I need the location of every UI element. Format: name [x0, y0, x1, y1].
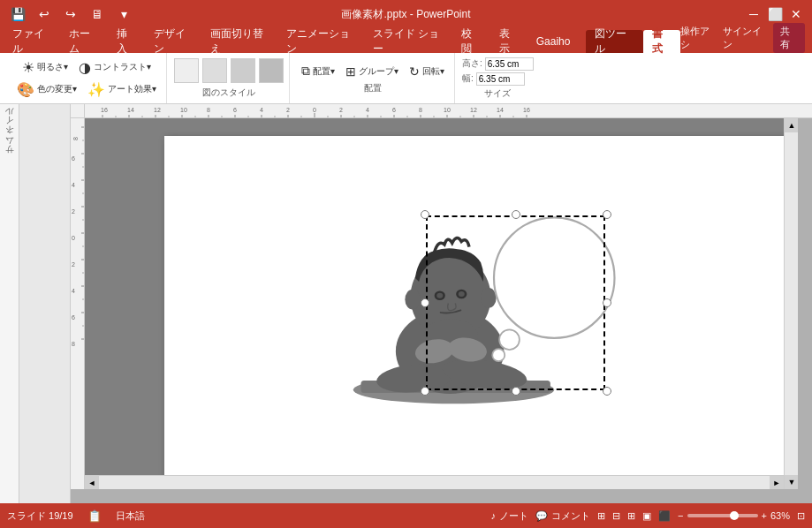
save-quick-btn[interactable]: 💾 [7, 4, 28, 25]
signin-btn[interactable]: サインイン [723, 25, 767, 51]
thumbnail-panel[interactable] [19, 104, 71, 503]
scrollbar-right[interactable]: ▲ ▼ [784, 118, 798, 489]
notes-btn[interactable]: ♪ノート [491, 509, 529, 523]
fit-slide-btn[interactable]: ⊡ [797, 510, 805, 522]
svg-text:0: 0 [313, 107, 316, 113]
tab-insert[interactable]: 挿入 [108, 30, 145, 53]
slide-notes-status[interactable]: 📋 [87, 509, 102, 523]
zoom-thumb[interactable] [730, 511, 739, 520]
ribbon-group-arrange: ⧉配置▾ ⊞グループ▾ ↻回転▾ 配置 [292, 53, 455, 103]
tab-review[interactable]: 校閲 [452, 30, 489, 53]
arrange-btn[interactable]: ⧉配置▾ [297, 62, 339, 80]
contrast-btn[interactable]: ◑コントラスト▾ [74, 57, 156, 78]
style-preset-3[interactable] [231, 58, 255, 83]
svg-text:4: 4 [72, 182, 75, 188]
brightness-btn[interactable]: ☀明るさ▾ [18, 57, 72, 78]
handle-bl[interactable] [421, 387, 429, 396]
svg-text:2: 2 [339, 107, 343, 113]
handle-tc[interactable] [512, 210, 520, 219]
tab-file[interactable]: ファイル [4, 30, 60, 53]
ribbon-group-size: 高さ: 幅: サイズ [457, 53, 539, 103]
redo-quick-btn[interactable]: ↪ [60, 4, 81, 25]
artistic-effect-btn[interactable]: ✨アート効果▾ [83, 79, 161, 100]
svg-text:12: 12 [470, 107, 477, 113]
handle-mr[interactable] [603, 298, 611, 307]
operation-assist-btn[interactable]: 操作アシ [680, 25, 716, 51]
slide-with-rulers: 16 14 12 10 8 6 4 2 0 2 4 [71, 104, 812, 503]
close-btn[interactable]: ✕ [787, 5, 805, 23]
svg-text:8: 8 [419, 107, 422, 113]
monitor-quick-btn[interactable]: 🖥 [87, 4, 108, 25]
thumbnail-label[interactable]: サムネイル [4, 108, 16, 163]
tab-format[interactable]: 書式 [643, 30, 680, 53]
normal-view-btn[interactable]: ⊞ [597, 510, 605, 522]
svg-text:6: 6 [392, 107, 396, 113]
customize-quick-btn[interactable]: ▾ [113, 4, 134, 25]
slide-number[interactable]: スライド 19/19 [7, 509, 73, 523]
handle-bc[interactable] [512, 387, 520, 396]
handle-ml[interactable] [421, 298, 429, 307]
reading-view-btn[interactable]: ▣ [642, 510, 651, 522]
undo-quick-btn[interactable]: ↩ [34, 4, 55, 25]
scroll-down-btn[interactable]: ▼ [785, 475, 798, 489]
zoom-slider[interactable] [687, 514, 758, 517]
handle-br[interactable] [603, 387, 611, 396]
presenter-view-btn[interactable]: ⬛ [658, 510, 671, 522]
tab-transitions[interactable]: 画面切り替え [201, 30, 277, 53]
style-preset-2[interactable] [202, 58, 227, 83]
tab-home[interactable]: ホーム [60, 30, 107, 53]
svg-point-89 [405, 290, 421, 310]
svg-text:8: 8 [72, 137, 79, 140]
tab-view[interactable]: 表示 [490, 30, 527, 53]
left-ruler-svg: 8 6 4 2 0 2 4 6 8 [71, 118, 85, 489]
style-preset-1[interactable] [174, 58, 199, 83]
sidebar: サムネイル [0, 104, 19, 503]
scroll-up-btn[interactable]: ▲ [785, 118, 798, 132]
minimize-btn[interactable]: ─ [745, 5, 763, 23]
tab-gaaiho[interactable]: Gaaiho [527, 30, 580, 53]
status-right: ♪ノート 💬コメント ⊞ ⊟ ⊞ ▣ ⬛ − + 63% ⊡ [491, 509, 805, 523]
tab-design[interactable]: デザイン [145, 30, 201, 53]
group-btn[interactable]: ⊞グループ▾ [341, 63, 403, 80]
statusbar: スライド 19/19 📋 日本語 ♪ノート 💬コメント ⊞ ⊟ ⊞ ▣ ⬛ − … [0, 503, 812, 528]
svg-rect-51 [71, 118, 85, 489]
size-group-label: サイズ [484, 87, 511, 100]
rotate-btn[interactable]: ↻回転▾ [405, 63, 449, 80]
svg-text:4: 4 [366, 107, 369, 113]
svg-point-90 [481, 288, 497, 308]
svg-point-87 [436, 293, 443, 298]
svg-text:4: 4 [260, 107, 263, 113]
style-presets [174, 58, 284, 83]
comment-btn[interactable]: 💬コメント [535, 509, 590, 523]
svg-text:6: 6 [233, 107, 237, 113]
outline-view-btn[interactable]: ⊟ [612, 510, 620, 522]
width-input[interactable] [476, 72, 525, 86]
tab-slideshow[interactable]: スライド ショー [364, 30, 453, 53]
share-btn[interactable]: 共有 [773, 23, 805, 53]
slide-canvas[interactable] [164, 136, 798, 489]
handle-tl[interactable] [421, 210, 429, 219]
svg-text:8: 8 [72, 341, 75, 347]
svg-text:2: 2 [72, 208, 75, 215]
left-ruler: 8 6 4 2 0 2 4 6 8 [71, 118, 85, 489]
restore-btn[interactable]: ⬜ [766, 5, 784, 23]
svg-text:6: 6 [72, 314, 75, 321]
sorter-view-btn[interactable]: ⊞ [627, 510, 635, 522]
zoom-area: − + 63% [678, 510, 790, 521]
svg-point-95 [499, 329, 520, 350]
zoom-out-btn[interactable]: − [678, 510, 683, 521]
scroll-left-btn[interactable]: ◄ [85, 476, 99, 489]
language-status[interactable]: 日本語 [116, 509, 145, 523]
recolor-btn[interactable]: 🎨色の変更▾ [12, 79, 81, 100]
scroll-right-btn[interactable]: ► [770, 476, 784, 489]
zoom-in-btn[interactable]: + [762, 510, 767, 521]
height-input[interactable] [485, 57, 534, 71]
scrollbar-bottom[interactable]: ◄ ► [85, 475, 784, 489]
style-preset-4[interactable] [259, 58, 284, 83]
svg-point-88 [459, 291, 465, 297]
handle-tr[interactable] [603, 210, 611, 219]
main-area: サムネイル 16 14 12 10 8 6 [0, 104, 812, 503]
ribbon-content: ☀明るさ▾ ◑コントラスト▾ 🎨色の変更▾ ✨アート効果▾ 図のスタイル [0, 53, 812, 104]
svg-text:2: 2 [286, 107, 290, 113]
tab-animations[interactable]: アニメーション [277, 30, 364, 53]
